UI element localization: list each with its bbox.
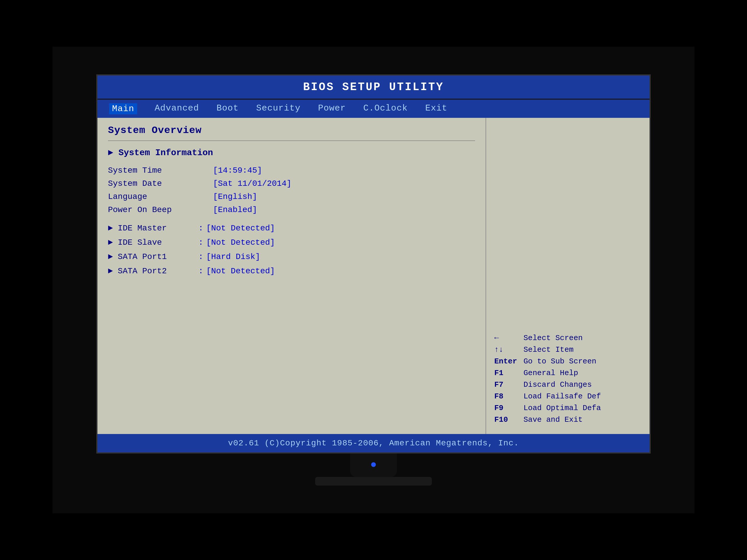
sep-sata1: : xyxy=(199,252,203,261)
menu-item-coclock[interactable]: C.Oclock xyxy=(363,103,408,114)
help-row-6: F9 Load Optimal Defa xyxy=(494,404,641,412)
help-desc-2: Go to Sub Screen xyxy=(523,357,596,366)
help-section: ← Select Screen ↑↓ Select Item Enter Go … xyxy=(494,334,641,427)
info-row-date: System Date [Sat 11/01/2014] xyxy=(108,179,475,188)
monitor: BIOS SETUP UTILITY Main Advanced Boot Se… xyxy=(53,47,694,513)
main-content: System Overview System Information Syste… xyxy=(98,118,649,434)
help-desc-0: Select Screen xyxy=(523,334,583,342)
value-ide-master: [Not Detected] xyxy=(206,224,275,233)
section-title: System Overview xyxy=(108,125,475,136)
help-key-3: F1 xyxy=(494,369,523,377)
help-row-4: F7 Discard Changes xyxy=(494,380,641,389)
value-sata-port2: [Not Detected] xyxy=(206,267,275,276)
help-row-7: F10 Save and Exit xyxy=(494,415,641,424)
help-key-5: F8 xyxy=(494,392,523,401)
menu-item-exit[interactable]: Exit xyxy=(425,103,447,114)
label-ide-slave[interactable]: IDE Slave xyxy=(108,238,196,247)
help-key-4: F7 xyxy=(494,380,523,389)
footer-text: v02.61 (C)Copyright 1985-2006, American … xyxy=(228,439,519,448)
title-bar: BIOS SETUP UTILITY xyxy=(98,76,649,99)
help-key-1: ↑↓ xyxy=(494,345,523,354)
device-section: IDE Master : [Not Detected] IDE Slave : … xyxy=(108,224,475,276)
help-row-1: ↑↓ Select Item xyxy=(494,345,641,354)
value-system-date[interactable]: [Sat 11/01/2014] xyxy=(213,179,291,188)
divider xyxy=(108,140,475,141)
label-system-time: System Time xyxy=(108,166,207,175)
value-ide-slave: [Not Detected] xyxy=(206,238,275,247)
device-row-sata2: SATA Port2 : [Not Detected] xyxy=(108,267,475,276)
value-power-beep[interactable]: [Enabled] xyxy=(213,205,257,214)
label-ide-master[interactable]: IDE Master xyxy=(108,224,196,233)
sep-ide-master: : xyxy=(199,224,203,233)
help-key-7: F10 xyxy=(494,415,523,424)
device-row-sata1: SATA Port1 : [Hard Disk] xyxy=(108,252,475,261)
help-desc-1: Select Item xyxy=(523,345,574,354)
help-row-3: F1 General Help xyxy=(494,369,641,377)
bios-screen: BIOS SETUP UTILITY Main Advanced Boot Se… xyxy=(96,74,651,454)
power-light xyxy=(371,462,376,467)
info-row-time: System Time [14:59:45] xyxy=(108,166,475,175)
help-desc-6: Load Optimal Defa xyxy=(523,404,601,412)
label-sata-port1[interactable]: SATA Port1 xyxy=(108,252,196,261)
help-row-2: Enter Go to Sub Screen xyxy=(494,357,641,366)
left-panel: System Overview System Information Syste… xyxy=(98,118,486,434)
monitor-base xyxy=(315,477,432,486)
info-table: System Time [14:59:45] System Date [Sat … xyxy=(108,166,475,214)
sep-ide-slave: : xyxy=(199,238,203,247)
bios-title: BIOS SETUP UTILITY xyxy=(303,81,444,93)
help-row-5: F8 Load Failsafe Def xyxy=(494,392,641,401)
menu-item-advanced[interactable]: Advanced xyxy=(155,103,199,114)
help-desc-7: Save and Exit xyxy=(523,415,583,424)
help-desc-4: Discard Changes xyxy=(523,380,592,389)
info-row-language: Language [English] xyxy=(108,192,475,201)
device-row-ide-slave: IDE Slave : [Not Detected] xyxy=(108,238,475,247)
value-system-time[interactable]: [14:59:45] xyxy=(213,166,262,175)
help-desc-3: General Help xyxy=(523,369,578,377)
label-sata-port2[interactable]: SATA Port2 xyxy=(108,267,196,276)
label-language: Language xyxy=(108,192,207,201)
menu-item-main[interactable]: Main xyxy=(109,103,137,114)
info-row-beep: Power On Beep [Enabled] xyxy=(108,205,475,214)
menu-item-boot[interactable]: Boot xyxy=(216,103,239,114)
menu-item-security[interactable]: Security xyxy=(256,103,301,114)
subsection-title[interactable]: System Information xyxy=(108,148,475,158)
label-system-date: System Date xyxy=(108,179,207,188)
device-row-ide-master: IDE Master : [Not Detected] xyxy=(108,224,475,233)
sep-sata2: : xyxy=(199,267,203,276)
help-key-0: ← xyxy=(494,334,523,342)
menu-item-power[interactable]: Power xyxy=(318,103,346,114)
menu-bar: Main Advanced Boot Security Power C.Oclo… xyxy=(98,100,649,118)
right-panel: ← Select Screen ↑↓ Select Item Enter Go … xyxy=(486,118,649,434)
help-desc-5: Load Failsafe Def xyxy=(523,392,601,401)
label-power-beep: Power On Beep xyxy=(108,205,207,214)
value-language[interactable]: [English] xyxy=(213,192,257,201)
help-key-2: Enter xyxy=(494,357,523,366)
footer: v02.61 (C)Copyright 1985-2006, American … xyxy=(98,434,649,452)
help-row-0: ← Select Screen xyxy=(494,334,641,342)
value-sata-port1: [Hard Disk] xyxy=(206,252,260,261)
help-key-6: F9 xyxy=(494,404,523,412)
